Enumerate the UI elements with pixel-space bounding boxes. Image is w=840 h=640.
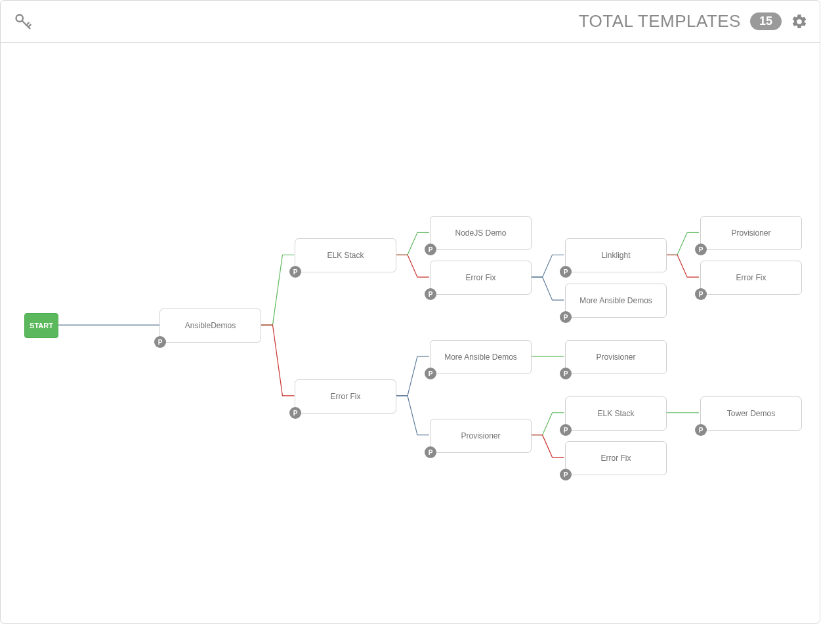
node-label: More Ansible Demos <box>444 352 517 362</box>
prompt-badge: P <box>289 266 301 278</box>
workflow-node[interactable]: Error Fix <box>700 261 802 295</box>
start-node[interactable]: START <box>24 313 58 338</box>
workflow-canvas[interactable]: START AnsibleDemosPELK StackPError FixPN… <box>1 43 820 623</box>
gear-icon[interactable] <box>791 13 808 30</box>
node-label: ELK Stack <box>327 251 364 260</box>
workflow-node[interactable]: NodeJS Demo <box>430 216 532 250</box>
workflow-node[interactable]: Provisioner <box>430 419 532 453</box>
workflow-panel: TOTAL TEMPLATES 15 START AnsibleDemosPEL… <box>0 0 820 624</box>
node-label: Error Fix <box>601 454 631 463</box>
node-label: ELK Stack <box>597 409 634 418</box>
workflow-node[interactable]: AnsibleDemos <box>159 309 261 343</box>
prompt-badge: P <box>695 424 707 436</box>
prompt-badge: P <box>560 266 572 278</box>
prompt-badge: P <box>425 368 436 379</box>
node-label: NodeJS Demo <box>455 228 506 238</box>
node-label: Error Fix <box>466 273 496 282</box>
workflow-node[interactable]: Provisioner <box>700 216 802 250</box>
workflow-links <box>1 43 820 623</box>
topbar: TOTAL TEMPLATES 15 <box>1 1 820 43</box>
node-label: Provisioner <box>731 228 770 238</box>
workflow-node[interactable]: Linklight <box>565 238 667 272</box>
workflow-node[interactable]: ELK Stack <box>565 396 667 431</box>
workflow-node[interactable]: More Ansible Demos <box>565 284 667 318</box>
workflow-node[interactable]: More Ansible Demos <box>430 340 532 374</box>
total-templates-count: 15 <box>750 12 782 30</box>
total-templates-label: TOTAL TEMPLATES <box>579 11 741 32</box>
workflow-node[interactable]: ELK Stack <box>295 238 396 272</box>
prompt-badge: P <box>425 288 436 300</box>
node-label: AnsibleDemos <box>185 321 236 330</box>
node-label: More Ansible Demos <box>579 296 652 305</box>
node-label: Provisioner <box>596 352 635 362</box>
node-label: Error Fix <box>331 392 361 401</box>
node-label: Tower Demos <box>727 409 775 418</box>
node-label: Provisioner <box>461 431 500 440</box>
start-label: START <box>30 322 53 330</box>
node-label: Error Fix <box>736 273 766 282</box>
prompt-badge: P <box>154 336 166 348</box>
node-label: Linklight <box>601 251 630 260</box>
prompt-badge: P <box>560 424 572 436</box>
workflow-node[interactable]: Error Fix <box>565 441 667 475</box>
prompt-badge: P <box>425 244 436 255</box>
prompt-badge: P <box>560 469 572 480</box>
workflow-node[interactable]: Tower Demos <box>700 396 802 431</box>
prompt-badge: P <box>425 446 436 458</box>
prompt-badge: P <box>560 368 572 379</box>
prompt-badge: P <box>560 311 572 323</box>
prompt-badge: P <box>695 244 707 255</box>
workflow-node[interactable]: Error Fix <box>295 379 396 414</box>
key-icon[interactable] <box>14 12 32 31</box>
prompt-badge: P <box>695 288 707 300</box>
prompt-badge: P <box>289 407 301 419</box>
workflow-node[interactable]: Provisioner <box>565 340 667 374</box>
workflow-node[interactable]: Error Fix <box>430 261 532 295</box>
